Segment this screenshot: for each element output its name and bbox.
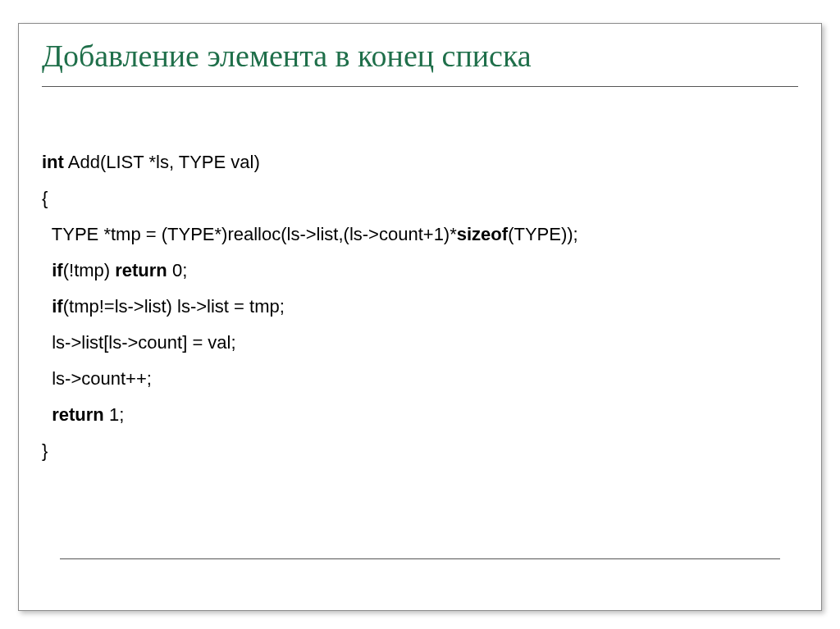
keyword-if: if <box>52 296 62 317</box>
code-line-6: ls->list[ls->count] = val; <box>42 325 798 361</box>
code-line-3: TYPE *tmp = (TYPE*)realloc(ls->list,(ls-… <box>42 217 798 253</box>
code-text: 0; <box>167 260 187 280</box>
code-text: 1; <box>104 404 124 425</box>
code-line-8: return 1; <box>42 397 798 433</box>
code-line-5: if(tmp!=ls->list) ls->list = tmp; <box>42 289 798 325</box>
code-text <box>42 260 52 280</box>
code-text: (!tmp) <box>63 260 116 280</box>
slide-frame: Добавление элемента в конец списка int A… <box>18 23 822 611</box>
title-divider <box>42 86 798 87</box>
code-text: Add(LIST *ls, TYPE val) <box>64 152 260 172</box>
keyword-return: return <box>52 404 104 425</box>
code-block: int Add(LIST *ls, TYPE val) { TYPE *tmp … <box>42 144 798 469</box>
code-text <box>42 404 52 425</box>
code-line-7: ls->count++; <box>42 361 798 397</box>
code-line-9: } <box>42 433 798 469</box>
code-line-2: { <box>42 180 798 217</box>
code-line-1: int Add(LIST *ls, TYPE val) <box>42 144 798 180</box>
slide-title: Добавление элемента в конец списка <box>42 39 798 75</box>
code-text: (TYPE)); <box>508 224 578 244</box>
code-text: (tmp!=ls->list) ls->list = tmp; <box>63 296 285 317</box>
footer-divider <box>60 558 780 559</box>
keyword-int: int <box>42 152 64 172</box>
code-text: TYPE *tmp = (TYPE*)realloc(ls->list,(ls-… <box>42 224 457 244</box>
keyword-return: return <box>115 260 167 280</box>
code-text <box>42 296 52 317</box>
slide: Добавление элемента в конец списка int A… <box>0 0 840 629</box>
code-line-4: if(!tmp) return 0; <box>42 253 798 289</box>
keyword-if: if <box>52 260 62 280</box>
keyword-sizeof: sizeof <box>457 224 508 244</box>
